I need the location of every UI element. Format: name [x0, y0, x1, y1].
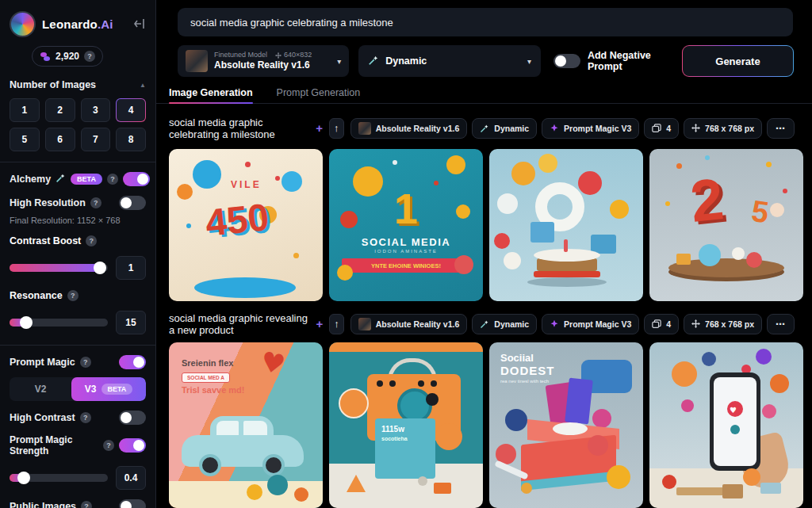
model-badge-thumb: [358, 318, 371, 330]
help-icon[interactable]: ?: [90, 197, 102, 208]
style-badge[interactable]: Dynamic: [472, 314, 537, 334]
negative-prompt-toggle[interactable]: [553, 54, 580, 68]
generated-image-7[interactable]: Sociial DODEST rea nev tinesl with tech: [489, 342, 643, 508]
generated-image-4[interactable]: 2 5: [649, 149, 803, 301]
cake-shadow: [527, 277, 607, 287]
resonance-slider[interactable]: [10, 319, 108, 327]
version-v3-tab[interactable]: V3 BETA: [71, 377, 146, 401]
move-icon: [275, 52, 282, 59]
pebble-graphic: [418, 476, 427, 486]
toggle-knob: [121, 412, 132, 423]
slider-fill: [10, 319, 27, 327]
image-count-badge-label: 4: [666, 124, 671, 133]
help-icon[interactable]: ?: [67, 290, 79, 301]
model-badge[interactable]: Absolute Reality v1.6: [350, 118, 468, 139]
generated-image-6[interactable]: 1115w socotieha: [329, 342, 483, 508]
alchemy-toggle[interactable]: [123, 172, 150, 186]
tab-image-generation[interactable]: Image Generation: [169, 82, 253, 103]
prompt-magic-toggle[interactable]: [119, 355, 146, 369]
size-badge[interactable]: 768 x 768 px: [684, 118, 762, 139]
token-balance-pill[interactable]: 2,920 ?: [32, 46, 103, 67]
wood-block-graphic: [722, 484, 743, 498]
copy-prompt-icon[interactable]: +: [316, 317, 324, 330]
contrast-boost-control: 1: [10, 256, 146, 280]
radio-knob-graphic: [377, 380, 383, 387]
help-icon[interactable]: ?: [103, 440, 114, 451]
reuse-prompt-button[interactable]: ↑: [329, 118, 344, 139]
ribbon-banner: YNTE EHOINE WINIOES!: [342, 258, 470, 273]
balloon-icon: [282, 171, 302, 192]
count-option-1[interactable]: 1: [10, 98, 40, 122]
count-option-7[interactable]: 7: [81, 128, 111, 151]
prompt-magic-strength-control: 0.4: [10, 466, 146, 490]
copy-prompt-icon[interactable]: +: [316, 121, 323, 135]
generated-image-3[interactable]: [489, 149, 643, 301]
generated-image-5[interactable]: ♥ Sreienin flex SOCIAL MED A Trisl savve…: [169, 342, 323, 508]
image-count-badge[interactable]: 4: [644, 118, 679, 139]
generated-image-8[interactable]: ♥: [649, 342, 803, 508]
help-icon[interactable]: ?: [84, 51, 95, 62]
prompt-magic-badge[interactable]: Prompt Magic V3: [542, 314, 639, 334]
resonance-control: 15: [10, 311, 146, 334]
contrast-boost-value[interactable]: 1: [116, 256, 146, 280]
contrast-boost-slider[interactable]: [10, 264, 108, 272]
toy-cylinder-graphic: [294, 487, 308, 502]
size-badge[interactable]: 768 x 768 px: [684, 314, 762, 334]
high-contrast-toggle[interactable]: [119, 411, 146, 425]
panel-graphic: [565, 378, 593, 425]
collapse-section-icon[interactable]: ▲: [140, 82, 146, 89]
model-badge[interactable]: Absolute Reality v1.6: [350, 314, 468, 334]
version-v2-tab[interactable]: V2: [10, 377, 71, 401]
model-selector[interactable]: Finetuned Model 640×832 Absolute Reality…: [178, 45, 349, 77]
prompt-magic-strength-slider[interactable]: [10, 474, 108, 482]
more-options-button[interactable]: ⋯: [767, 118, 795, 139]
wand-icon: [368, 55, 379, 68]
style-badge[interactable]: Dynamic: [472, 118, 537, 139]
divider: [0, 162, 155, 162]
badge-circle-graphic: [339, 388, 369, 418]
resonance-value[interactable]: 15: [116, 311, 146, 334]
help-icon[interactable]: ?: [107, 174, 118, 185]
prompt-magic-strength-toggle[interactable]: [119, 438, 146, 453]
help-icon[interactable]: ?: [80, 412, 91, 423]
style-selector[interactable]: Dynamic ▾: [358, 45, 541, 77]
balloon-icon: [511, 162, 535, 185]
count-option-2[interactable]: 2: [45, 98, 75, 122]
tab-prompt-generation[interactable]: Prompt Generation: [277, 82, 361, 103]
confetti-dot: [766, 162, 772, 167]
collapse-sidebar-icon[interactable]: [133, 18, 146, 29]
generate-button[interactable]: Generate: [682, 45, 794, 77]
style-name: Dynamic: [385, 55, 427, 67]
public-images-toggle[interactable]: [119, 499, 146, 508]
count-option-5[interactable]: 5: [10, 128, 40, 151]
help-icon[interactable]: ?: [86, 235, 97, 246]
reuse-prompt-button[interactable]: ↑: [329, 314, 343, 334]
more-options-button[interactable]: ⋯: [767, 314, 795, 334]
brand-name: Leonardo: [42, 17, 98, 31]
count-option-8[interactable]: 8: [116, 128, 146, 151]
generated-image-1[interactable]: VILE 450: [169, 149, 323, 301]
brand-logo: Leonardo.Ai: [42, 17, 113, 31]
count-option-4[interactable]: 4: [116, 98, 146, 122]
count-option-6[interactable]: 6: [45, 128, 75, 151]
image-text: DODEST: [500, 364, 555, 377]
coins-icon: [40, 52, 51, 62]
social-circle-icon: [672, 361, 697, 387]
help-icon[interactable]: ?: [81, 501, 92, 508]
prompt-magic-badge[interactable]: Prompt Magic V3: [542, 118, 639, 139]
high-resolution-toggle[interactable]: [119, 196, 146, 210]
model-badge-label: Absolute Reality v1.6: [376, 319, 460, 329]
count-option-3[interactable]: 3: [81, 98, 111, 122]
style-badge-label: Dynamic: [494, 124, 529, 133]
user-avatar[interactable]: [10, 11, 36, 37]
help-icon[interactable]: ?: [80, 357, 91, 368]
prompt-magic-strength-value[interactable]: 0.4: [116, 466, 146, 490]
image-count-badge[interactable]: 4: [644, 314, 679, 334]
generated-image-2[interactable]: 1 SOCIAL MEDIA IODON AMINASTE YNTE EHOIN…: [329, 149, 483, 301]
prompt-input[interactable]: [189, 16, 782, 29]
model-badge-thumb: [358, 122, 371, 135]
alchemy-row: Alchemy BETA ?: [10, 172, 146, 186]
candy-ball-graphic: [732, 247, 745, 260]
balloon-icon: [538, 154, 557, 173]
contrast-boost-label: Contrast Boost: [10, 235, 81, 246]
